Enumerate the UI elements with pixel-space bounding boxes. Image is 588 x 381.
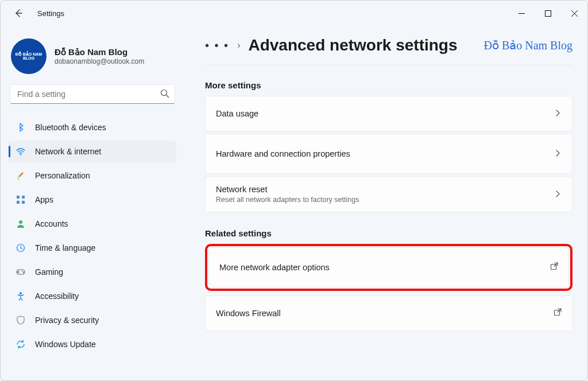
maximize-button[interactable] — [535, 4, 561, 22]
card-title: Hardware and connection properties — [216, 149, 350, 158]
sidebar-item-network[interactable]: Network & internet — [9, 141, 176, 162]
setting-more-adapter-options[interactable]: More network adapter options — [208, 247, 569, 287]
watermark-text: Đỗ Bảo Nam Blog — [483, 38, 572, 52]
external-link-icon — [550, 262, 558, 273]
card-title: Windows Firewall — [216, 309, 281, 318]
accessibility-icon — [16, 291, 26, 301]
svg-point-12 — [20, 292, 22, 294]
section-related-settings-label: Related settings — [205, 228, 572, 238]
settings-window: Settings ĐỖ BẢO NAM BLOG Đỗ Bảo Nam Blog… — [0, 0, 588, 381]
search-input[interactable] — [10, 84, 175, 104]
minimize-icon — [519, 10, 525, 17]
close-icon — [571, 10, 578, 17]
svg-rect-4 — [22, 196, 25, 199]
card-title: Network reset — [216, 185, 359, 194]
chevron-right-icon — [555, 189, 562, 200]
svg-point-10 — [22, 271, 23, 272]
sidebar-item-label: Gaming — [35, 267, 63, 277]
sidebar-item-label: Windows Update — [35, 340, 96, 349]
bluetooth-icon — [16, 122, 26, 133]
sidebar-item-gaming[interactable]: Gaming — [9, 261, 176, 283]
svg-rect-5 — [17, 201, 20, 204]
sidebar-item-personalization[interactable]: Personalization — [9, 165, 176, 186]
sidebar-item-label: Apps — [35, 195, 53, 204]
sidebar-item-accessibility[interactable]: Accessibility — [9, 285, 176, 307]
setting-network-reset[interactable]: Network reset Reset all network adapters… — [205, 176, 572, 212]
external-link-icon — [554, 308, 562, 318]
titlebar: Settings — [1, 1, 587, 26]
sidebar-item-label: Bluetooth & devices — [35, 123, 106, 132]
maximize-icon — [545, 10, 551, 17]
svg-point-7 — [19, 220, 22, 224]
sidebar-item-label: Network & internet — [35, 147, 101, 156]
window-body: ĐỖ BẢO NAM BLOG Đỗ Bảo Nam Blog dobaonam… — [1, 26, 587, 380]
sidebar-item-time[interactable]: Time & language — [9, 237, 176, 259]
card-title: Data usage — [216, 109, 258, 118]
svg-point-1 — [161, 90, 167, 96]
setting-data-usage[interactable]: Data usage — [205, 96, 572, 131]
avatar: ĐỖ BẢO NAM BLOG — [11, 38, 47, 74]
svg-point-2 — [20, 154, 21, 155]
apps-icon — [16, 195, 26, 205]
breadcrumb: • • • › Advanced network settings Đỗ Bảo… — [205, 36, 572, 65]
sidebar-nav: Bluetooth & devices Network & internet P… — [9, 112, 176, 380]
minimize-button[interactable] — [508, 4, 535, 22]
svg-rect-3 — [17, 196, 20, 199]
card-title: More network adapter options — [219, 263, 330, 272]
chevron-right-icon — [555, 149, 562, 159]
sidebar-item-privacy[interactable]: Privacy & security — [9, 309, 176, 331]
page-title: Advanced network settings — [248, 36, 457, 55]
window-controls — [508, 4, 587, 22]
annotation-highlight: More network adapter options — [205, 244, 572, 291]
sidebar: ĐỖ BẢO NAM BLOG Đỗ Bảo Nam Blog dobaonam… — [1, 26, 184, 380]
svg-rect-6 — [22, 201, 25, 204]
shield-icon — [16, 315, 26, 325]
sidebar-item-bluetooth[interactable]: Bluetooth & devices — [9, 116, 176, 138]
breadcrumb-ellipsis[interactable]: • • • — [205, 39, 229, 52]
person-icon — [16, 219, 26, 229]
related-settings-group: More network adapter options Windows Fir… — [205, 244, 572, 331]
chevron-right-icon: › — [237, 40, 240, 50]
sidebar-item-label: Accessibility — [35, 291, 79, 301]
back-arrow-icon — [14, 9, 23, 18]
more-settings-group: Data usage Hardware and connection prope… — [205, 96, 572, 212]
svg-rect-0 — [545, 10, 551, 16]
sidebar-item-accounts[interactable]: Accounts — [9, 213, 176, 235]
sidebar-item-label: Personalization — [35, 171, 90, 180]
profile-block[interactable]: ĐỖ BẢO NAM BLOG Đỗ Bảo Nam Blog dobaonam… — [11, 38, 176, 74]
sidebar-item-label: Time & language — [35, 243, 95, 252]
card-subtitle: Reset all network adapters to factory se… — [216, 196, 359, 204]
close-button[interactable] — [561, 4, 587, 22]
back-button[interactable] — [9, 3, 28, 23]
main-content: • • • › Advanced network settings Đỗ Bảo… — [184, 26, 587, 380]
search-box — [10, 84, 175, 104]
chevron-right-icon — [555, 108, 562, 119]
globe-clock-icon — [16, 243, 26, 253]
sidebar-item-update[interactable]: Windows Update — [9, 333, 176, 355]
sidebar-item-apps[interactable]: Apps — [9, 189, 176, 211]
setting-hardware-properties[interactable]: Hardware and connection properties — [205, 134, 572, 174]
sidebar-item-label: Privacy & security — [35, 316, 99, 325]
paintbrush-icon — [16, 170, 26, 181]
gamepad-icon — [16, 267, 26, 277]
window-title: Settings — [37, 9, 64, 18]
sidebar-item-label: Accounts — [35, 219, 68, 228]
setting-windows-firewall[interactable]: Windows Firewall — [205, 296, 572, 331]
section-more-settings-label: More settings — [205, 80, 572, 90]
svg-point-11 — [23, 272, 24, 273]
search-icon — [160, 89, 169, 100]
update-icon — [16, 339, 26, 349]
profile-email: dobaonamblog@outlook.com — [55, 57, 144, 65]
wifi-icon — [16, 146, 26, 157]
profile-name: Đỗ Bảo Nam Blog — [55, 47, 144, 57]
